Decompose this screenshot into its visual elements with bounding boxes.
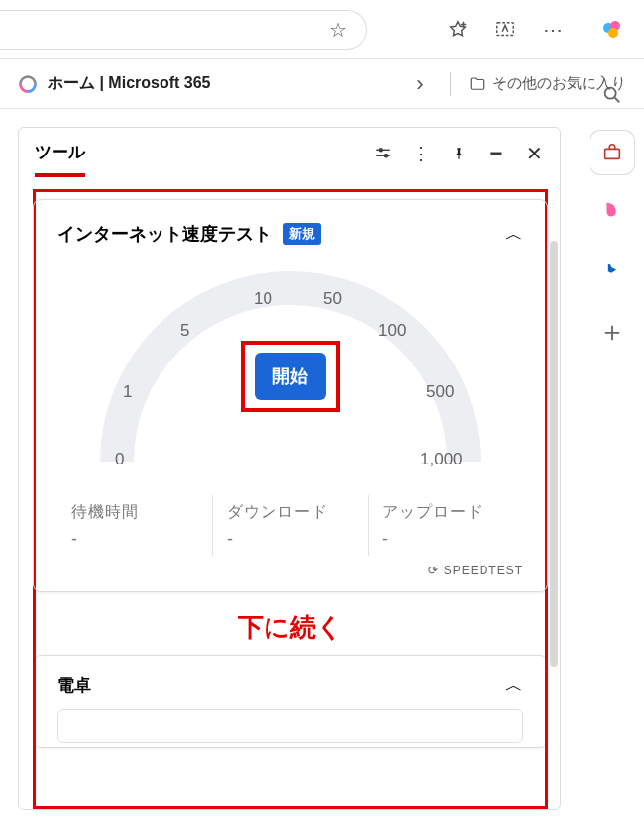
speedtest-title: インターネット速度テスト [57, 222, 271, 246]
settings-icon[interactable] [374, 145, 393, 162]
edge-sidebar: ＋ [581, 59, 644, 351]
favorites-bar: ホーム | Microsoft 365 › その他のお気に入り [0, 59, 644, 109]
close-icon[interactable]: ✕ [524, 142, 544, 165]
chevron-right-icon[interactable]: › [408, 72, 432, 96]
gauge-label: 0 [115, 450, 124, 469]
folder-icon [469, 75, 486, 93]
metric-upload: アップロード - [368, 495, 523, 556]
speedtest-brand: ⟳ SPEEDTEST [57, 564, 523, 577]
metric-value: - [382, 529, 509, 550]
sidebar-bing-icon[interactable] [590, 246, 634, 289]
gauge-label: 5 [180, 321, 189, 341]
chevron-up-icon[interactable]: ︿ [505, 673, 523, 697]
metric-value: - [227, 529, 354, 550]
sidebar-designer-icon[interactable] [590, 188, 634, 232]
metric-download: ダウンロード - [212, 495, 368, 556]
svg-point-5 [608, 28, 618, 38]
metric-label: ダウンロード [227, 501, 354, 523]
gauge-label: 1 [123, 382, 132, 402]
tab-title[interactable]: ホーム | Microsoft 365 [48, 73, 211, 94]
address-bar[interactable]: ☆ [0, 10, 367, 50]
star-icon[interactable]: ☆ [326, 18, 350, 42]
sidebar-add-icon[interactable]: ＋ [598, 313, 626, 351]
metric-label: アップロード [382, 501, 509, 523]
calculator-card: 電卓 ︿ [33, 655, 548, 748]
continue-annotation: 下に続く [33, 610, 548, 645]
gauge-label: 500 [426, 382, 454, 402]
calculator-title: 電卓 [57, 674, 91, 697]
gauge-label: 50 [323, 289, 342, 309]
sidebar-search-icon[interactable] [590, 73, 634, 117]
start-highlight: 開始 [241, 341, 340, 412]
svg-point-9 [605, 88, 616, 99]
separator [450, 72, 451, 96]
speedtest-metrics: 待機時間 - ダウンロード - アップロード - [57, 495, 523, 556]
scrollbar[interactable] [550, 241, 558, 667]
gauge-label: 10 [254, 289, 272, 309]
calculator-body [57, 709, 523, 743]
tools-panel: ツール ⋮ − ✕ インターネット速度テスト 新規 ︿ [18, 127, 561, 810]
tools-panel-header: ツール ⋮ − ✕ [19, 128, 560, 179]
metric-value: - [71, 529, 198, 550]
m365-logo-icon [18, 74, 38, 94]
gauge-label: 100 [378, 321, 406, 341]
favorites-add-icon[interactable] [446, 18, 470, 42]
speed-gauge: 0 1 5 10 50 100 500 1,000 開始 [77, 263, 503, 481]
more-icon[interactable]: ⋯ [541, 18, 565, 42]
minimize-icon[interactable]: − [486, 141, 506, 166]
metric-latency: 待機時間 - [57, 495, 212, 556]
chevron-up-icon[interactable]: ︿ [505, 222, 523, 246]
browser-toolbar: ☆ ⋯ [0, 0, 644, 59]
start-button[interactable]: 開始 [255, 353, 326, 400]
metric-label: 待機時間 [71, 501, 198, 523]
sidebar-tools-icon[interactable] [590, 131, 634, 174]
svg-rect-16 [458, 155, 459, 159]
svg-rect-11 [605, 149, 620, 158]
tools-panel-body: インターネット速度テスト 新規 ︿ 0 1 5 10 50 100 500 1,… [19, 179, 560, 809]
copilot-icon[interactable] [600, 18, 624, 42]
pin-icon[interactable] [449, 145, 469, 162]
screenshot-icon[interactable] [493, 18, 517, 42]
new-badge: 新規 [283, 223, 321, 245]
more-vertical-icon[interactable]: ⋮ [411, 143, 431, 164]
gauge-label: 1,000 [420, 450, 463, 469]
svg-line-10 [615, 98, 620, 103]
tools-panel-title: ツール [35, 141, 85, 177]
speedtest-card: インターネット速度テスト 新規 ︿ 0 1 5 10 50 100 500 1,… [33, 199, 548, 592]
